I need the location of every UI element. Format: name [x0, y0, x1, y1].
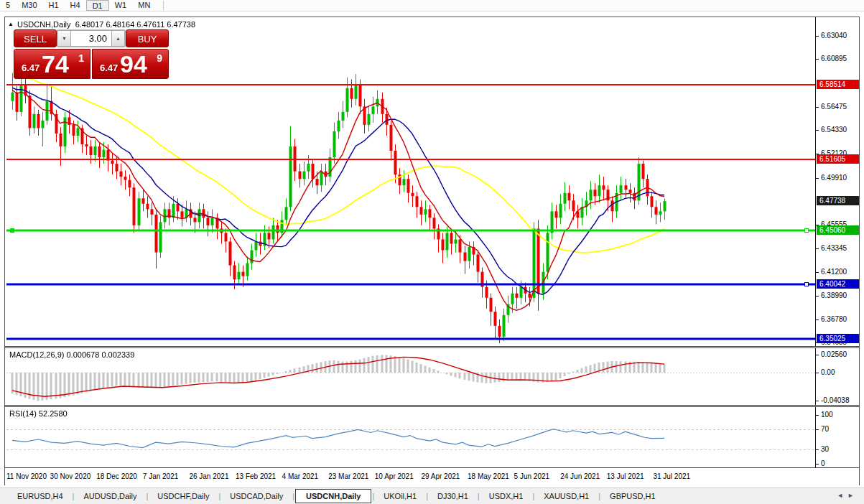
tab-scroll-right-icon[interactable]: ► [847, 492, 858, 499]
price-axis-tick-mark [815, 130, 819, 131]
buy-quote-button[interactable]: 6.47 94 9 [92, 49, 169, 79]
timeframe-button-H4[interactable]: H4 [65, 0, 86, 11]
volume-stepper: ▼ ▲ [57, 29, 126, 47]
tab-USDCAD-Daily[interactable]: USDCAD,Daily [221, 490, 292, 503]
chart-window: ▲ USDCNH,Daily 6.48017 6.48164 6.47611 6… [4, 17, 860, 485]
tab-USDCNH-Daily[interactable]: USDCNH,Daily [295, 489, 371, 503]
date-axis: 11 Nov 202030 Nov 202018 Dec 20207 Jan 2… [5, 467, 859, 486]
chart-title-symbol: USDCNH,Daily [17, 20, 71, 29]
macd-axis-label: 0.02560 [821, 350, 847, 358]
rsi-indicator-label: RSI(14) 52.2580 [9, 409, 68, 418]
price-axis-tick-label: 6.56475 [821, 103, 847, 111]
price-level-badge: 6.45060 [817, 225, 859, 235]
tab-scroll-left-icon[interactable]: ◄ [837, 492, 847, 499]
symbol-marker-icon: ▲ [8, 21, 14, 27]
macd-axis-tick-mark [815, 355, 819, 355]
one-click-trade-panel: SELL ▼ ▲ BUY 6.47 74 1 6.47 94 9 [14, 29, 169, 79]
toolbar-separator [163, 1, 164, 10]
date-axis-label: 11 Nov 2020 [6, 472, 47, 480]
price-level-badge: 6.47738 [817, 196, 859, 205]
price-level-badge: 6.40042 [817, 279, 859, 289]
price-axis-tick-label: 6.36780 [821, 315, 847, 323]
price-axis-tick-mark [815, 319, 819, 320]
sell-quote-button[interactable]: 6.47 74 1 [14, 49, 90, 79]
price-axis-tick-label: 6.41200 [821, 268, 847, 276]
timeframe-button-M30[interactable]: M30 [16, 0, 42, 11]
sell-price-prefix: 6.47 [22, 62, 40, 73]
price-axis-tick-mark [815, 272, 819, 273]
symbol-tab-bar: EURUSD,H4|AUDUSD,Daily|USDCHF,Daily|USDC… [0, 487, 864, 504]
tab-DJ30-H1[interactable]: DJ30,H1 [429, 490, 477, 503]
rsi-axis-label: 0 [821, 459, 825, 467]
tab-scroll-arrows: ◄► [837, 492, 858, 499]
tab-EURUSD-H4[interactable]: EURUSD,H4 [9, 490, 72, 503]
date-axis-label: 24 Jun 2021 [560, 472, 600, 480]
date-axis-label: 13 Jul 2021 [607, 472, 644, 480]
price-axis-tick-mark [815, 296, 819, 297]
volume-increase-button[interactable]: ▲ [111, 30, 125, 47]
price-axis-tick-mark [815, 36, 819, 37]
rsi-pane-bottom-border [5, 467, 859, 468]
pane-splitter-macd[interactable] [5, 346, 859, 348]
timeframe-button-D1[interactable]: D1 [86, 0, 109, 11]
volume-input[interactable] [71, 30, 111, 47]
date-axis-label: 10 Apr 2021 [375, 472, 414, 480]
tab-AUDUSD-Daily[interactable]: AUDUSD,Daily [75, 490, 145, 503]
date-axis-label: 4 Mar 2021 [282, 472, 319, 480]
rsi-axis-label: 100 [821, 411, 833, 419]
price-axis-tick-label: 6.54330 [821, 126, 847, 134]
rsi-axis-label: 70 [821, 425, 829, 433]
tab-GBPUSD-H1[interactable]: GBPUSD,H1 [601, 490, 664, 503]
buy-button[interactable]: BUY [126, 29, 169, 47]
timeframe-button-H1[interactable]: H1 [43, 0, 65, 11]
macd-axis-tick-mark [815, 401, 819, 401]
rsi-axis-tick-mark [815, 429, 819, 430]
price-axis-tick-label: 6.38990 [821, 291, 847, 299]
tab-XAUUSD-H1[interactable]: XAUUSD,H1 [535, 490, 598, 503]
timeframe-button-5[interactable]: 5 [0, 0, 16, 11]
price-axis-tick-mark [815, 178, 819, 179]
macd-axis-tick-mark [815, 373, 819, 373]
date-axis-label: 23 Mar 2021 [328, 472, 368, 480]
rsi-axis-label: 30 [821, 445, 829, 453]
sell-button[interactable]: SELL [14, 29, 57, 47]
trading-platform: 5M30H1H4D1W1MN ▲ USDCNH,Daily 6.48017 6.… [0, 0, 864, 504]
sell-price-main: 74 [42, 50, 69, 78]
macd-indicator-label: MACD(12,26,9) 0.000678 0.002339 [9, 350, 134, 359]
buy-price-prefix: 6.47 [100, 62, 118, 73]
date-axis-label: 5 Jun 2021 [514, 472, 550, 480]
timeframe-button-W1[interactable]: W1 [109, 0, 133, 11]
price-level-badge: 6.58514 [817, 80, 859, 89]
rsi-axis-tick-mark [815, 464, 819, 465]
price-axis-line [815, 17, 816, 467]
rsi-axis-tick-mark [815, 449, 819, 450]
chart-title: USDCNH,Daily 6.48017 6.48164 6.47611 6.4… [17, 20, 195, 29]
date-axis-label: 18 Dec 2020 [96, 472, 137, 480]
tab-UKOil-H1[interactable]: UKOil,H1 [375, 490, 425, 503]
timeframe-button-MN[interactable]: MN [132, 0, 156, 11]
price-axis-tick-mark [815, 107, 819, 108]
price-axis-tick-label: 6.43345 [821, 244, 847, 252]
timeframe-toolbar: 5M30H1H4D1W1MN [0, 0, 864, 11]
sell-price-pip: 1 [78, 52, 84, 64]
pane-splitter-rsi[interactable] [5, 405, 859, 407]
rsi-indicator-chart[interactable] [6, 407, 815, 467]
buy-price-pip: 9 [157, 52, 162, 64]
date-axis-label: 18 May 2021 [468, 472, 509, 480]
tab-USDCHF-Daily[interactable]: USDCHF,Daily [149, 490, 218, 503]
price-axis-tick-mark [815, 59, 819, 60]
price-axis-tick-label: 6.60895 [821, 55, 847, 62]
price-axis-tick-mark [815, 248, 819, 249]
price-level-badge: 6.35025 [817, 334, 859, 343]
date-axis-label: 13 Feb 2021 [236, 472, 276, 480]
rsi-axis-tick-mark [815, 415, 819, 416]
macd-axis-label: -0.04038 [821, 396, 849, 404]
price-axis-tick-label: 6.49910 [821, 174, 847, 182]
tab-USDX-H1[interactable]: USDX,H1 [480, 490, 532, 503]
date-axis-label: 7 Jan 2021 [143, 472, 179, 480]
price-level-badge: 6.51605 [817, 154, 859, 164]
date-axis-label: 31 Jul 2021 [653, 472, 690, 480]
date-axis-label: 26 Jan 2021 [189, 472, 228, 480]
chart-title-ohlc: 6.48017 6.48164 6.47611 6.47738 [75, 20, 195, 29]
volume-decrease-button[interactable]: ▼ [57, 30, 71, 47]
